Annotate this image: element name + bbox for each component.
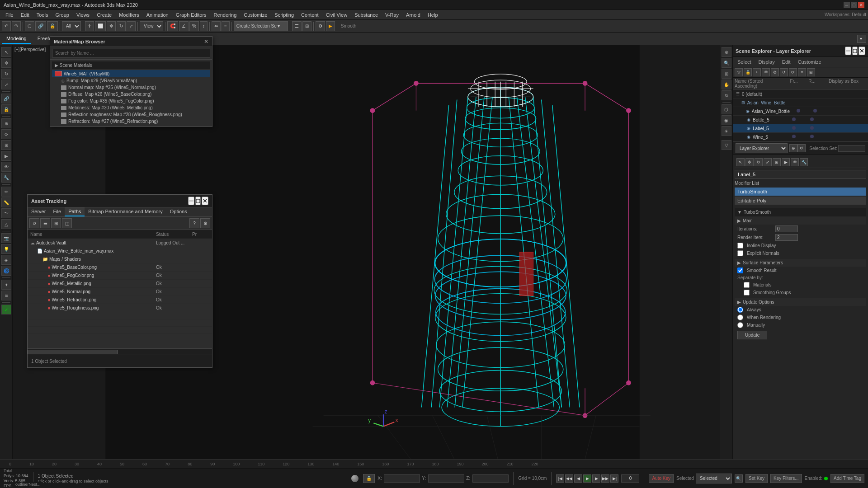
lt-helper-button[interactable]: ◈ [1, 255, 11, 265]
update-button[interactable]: Update [737, 331, 767, 339]
lt-scale-button[interactable]: ⤢ [1, 80, 11, 89]
lt-checkmark-button[interactable]: ✓ [1, 305, 11, 314]
modifier-editablepoly[interactable]: Editable Poly [735, 197, 866, 205]
manually-radio[interactable] [737, 322, 743, 328]
se-filter-btn[interactable]: ▽ [735, 68, 743, 76]
lt-light-button[interactable]: 💡 [1, 244, 11, 254]
menu-scripting[interactable]: Scripting [271, 11, 297, 19]
se-refresh-btn[interactable]: ↺ [780, 68, 788, 76]
menu-edit[interactable]: Edit [17, 11, 33, 19]
asset-maximize-btn[interactable]: □ [195, 197, 201, 205]
anim-prev-frame-btn[interactable]: ◀ [574, 474, 582, 483]
se-settings-btn[interactable]: ⚙ [771, 68, 779, 76]
move-button[interactable]: ✥ [107, 21, 116, 31]
se-refresh-btn2[interactable]: ↺ [797, 144, 806, 152]
modifier-turbosmooth[interactable]: TurboSmooth [735, 188, 866, 196]
vp-zoom-all-button[interactable]: ⊞ [722, 69, 731, 79]
asset-scrollbar[interactable] [28, 348, 212, 355]
menu-help[interactable]: Help [424, 11, 442, 19]
lt-spline-button[interactable]: 〜 [1, 208, 11, 218]
mod-select-btn[interactable]: ↖ [736, 158, 745, 166]
lt-hierarchy-button[interactable]: ⊞ [1, 140, 11, 150]
render-button[interactable]: ▶ [326, 21, 335, 31]
h-scrollbar-thumb[interactable] [28, 350, 118, 354]
mod-utility-btn[interactable]: 🔧 [800, 158, 808, 166]
se-sync-btn[interactable]: ⟳ [789, 68, 797, 76]
lt-utility-button[interactable]: 🔧 [1, 173, 11, 183]
menu-content[interactable]: Content [297, 11, 322, 19]
smooth-result-checkbox[interactable] [737, 267, 743, 273]
se-tab-customize[interactable]: Customize [796, 58, 823, 66]
lt-link-button[interactable]: 🔗 [1, 94, 11, 103]
mod-hierarchy-btn[interactable]: ⊞ [773, 158, 781, 166]
layer-button[interactable]: ☰ [292, 21, 302, 31]
mod-motion-btn[interactable]: ▶ [782, 158, 790, 166]
asset-thumb-btn[interactable]: ◫ [62, 218, 72, 228]
menu-views[interactable]: Views [73, 11, 93, 19]
menu-substance[interactable]: Substance [351, 11, 382, 19]
roughness-map-item[interactable]: Reflection roughness: Map #28 (Wine5_Rou… [52, 111, 210, 118]
undo-button[interactable]: ↶ [2, 21, 11, 31]
fog-map-item[interactable]: Fog color: Map #35 (Wine5_FogColor.png) [52, 98, 210, 104]
menu-arnold[interactable]: Arnold [402, 11, 424, 19]
se-minimize-button[interactable]: ─ [845, 47, 851, 55]
maximize-button[interactable]: □ [851, 2, 857, 8]
se-expand-btn[interactable]: ⊞ [807, 68, 815, 76]
key-filters-button[interactable]: Key Filters... [770, 474, 802, 483]
lt-particle-button[interactable]: ✦ [1, 280, 11, 290]
mod-display-btn[interactable]: 👁 [791, 158, 799, 166]
set-key-button[interactable]: Set Key [745, 474, 768, 483]
lt-create-button[interactable]: ⊕ [1, 118, 11, 128]
se-maximize-button[interactable]: □ [852, 47, 858, 55]
at-row-metallic[interactable]: ■ Wine5_Metallic.png Ok [28, 280, 212, 288]
tree-row-layer0[interactable]: ☰ 0 (default) [733, 90, 868, 99]
lt-camera-button[interactable]: 📷 [1, 233, 11, 243]
add-time-tag-button[interactable]: Add Time Tag [830, 474, 864, 483]
vp-maximize-button[interactable]: ⊕ [722, 47, 731, 57]
vp-zoom-button[interactable]: 🔍 [722, 58, 731, 68]
se-lock-btn[interactable]: 🔒 [744, 68, 752, 76]
lt-motion-button[interactable]: ▶ [1, 151, 11, 161]
iterations-input[interactable] [775, 225, 798, 232]
anim-play-btn[interactable]: ▶ [583, 474, 591, 483]
diffuse-map-item[interactable]: Diffuse: Map #26 (Wine5_BaseColor.png) [52, 91, 210, 98]
mat-browser-close-button[interactable]: ✕ [204, 38, 208, 45]
menu-group[interactable]: Group [52, 11, 73, 19]
materials-checkbox[interactable] [744, 282, 750, 288]
close-button[interactable]: ✕ [858, 2, 864, 8]
at-row-file[interactable]: 📄 Asian_Wine_Bottle_max_vray.max [28, 247, 212, 255]
vp-light-button[interactable]: ☀ [722, 126, 731, 136]
asset-settings-btn[interactable]: ⚙ [200, 218, 210, 228]
menu-graph-editors[interactable]: Graph Editors [172, 11, 210, 19]
auto-key-button[interactable]: Auto Key [649, 474, 674, 483]
asset-menu-options[interactable]: Options [166, 207, 191, 216]
anim-next-frame-btn[interactable]: ▶ [592, 474, 600, 483]
rotate-button[interactable]: ↻ [117, 21, 126, 31]
angle-snap-button[interactable]: ∠ [179, 21, 189, 31]
at-row-fogcolor[interactable]: ■ Wine5_FogColor.png Ok [28, 272, 212, 280]
snap-button[interactable]: 🧲 [167, 21, 178, 31]
asset-icons-btn[interactable]: ⊞ [51, 218, 61, 228]
metal-map-item[interactable]: Metalness: Map #30 (Wine5_Metallic.png) [52, 104, 210, 111]
vp-orbit-button[interactable]: ↻ [722, 90, 731, 100]
asset-menu-paths[interactable]: Paths [65, 207, 85, 216]
filter-select[interactable]: All [62, 21, 81, 31]
align-button[interactable]: ≡ [222, 21, 230, 31]
y-coord[interactable]: Y: -90,097mm [428, 474, 464, 483]
menu-animation[interactable]: Animation [143, 11, 172, 19]
z-coord[interactable]: Z: 5,0cm [472, 474, 509, 483]
render-iters-input[interactable] [775, 234, 798, 241]
asset-help-btn[interactable]: ? [189, 218, 199, 228]
select-region-button[interactable]: ⬜ [95, 21, 106, 31]
menu-create[interactable]: Create [93, 11, 115, 19]
minimize-button[interactable]: ─ [844, 2, 850, 8]
wine5-mat-item[interactable]: Wine5_MAT (VRayMtl) [52, 70, 210, 77]
se-add-btn[interactable]: + [753, 68, 761, 76]
vp-shaded-button[interactable]: ◉ [722, 115, 731, 125]
normal-map-item[interactable]: Normal map: Map #25 (Wine5_Normal.png) [52, 84, 210, 91]
explicit-normals-checkbox[interactable] [737, 250, 743, 256]
anim-next-btn[interactable]: ▶▶ [601, 474, 609, 483]
mod-scale-btn[interactable]: ⤢ [764, 158, 772, 166]
tab-options-button[interactable]: ▾ [857, 35, 866, 43]
asset-menu-file[interactable]: File [49, 207, 65, 216]
